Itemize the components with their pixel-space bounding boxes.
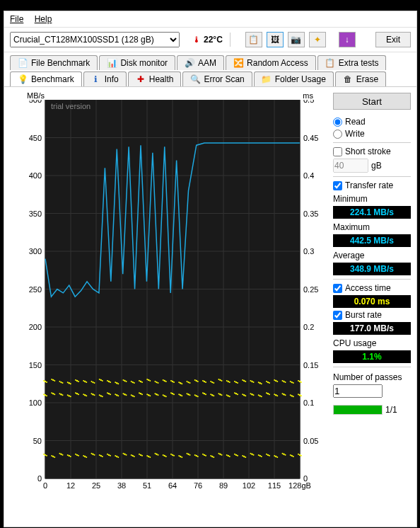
menu-bar: File Help — [4, 11, 416, 28]
svg-point-69 — [78, 381, 79, 382]
svg-point-316 — [202, 454, 204, 455]
svg-point-129 — [237, 382, 238, 384]
gb-label: gB — [371, 161, 382, 171]
random-icon: 🔀 — [233, 58, 243, 68]
tab-extra-tests[interactable]: 📋Extra tests — [317, 55, 387, 70]
svg-point-110 — [187, 381, 189, 383]
svg-text:50: 50 — [33, 437, 42, 445]
svg-point-332 — [251, 454, 252, 455]
transfer-rate-checkbox[interactable]: Transfer rate — [333, 180, 411, 190]
svg-point-270 — [86, 457, 87, 458]
svg-point-188 — [132, 395, 134, 396]
tab-info[interactable]: ℹInfo — [83, 71, 127, 86]
svg-point-84 — [117, 383, 119, 384]
svg-point-94 — [139, 380, 140, 381]
drive-select[interactable]: Crucial_CT128MX100SSD1 (128 gB) — [10, 32, 180, 47]
svg-point-352 — [298, 454, 299, 455]
svg-point-261 — [62, 454, 64, 456]
svg-point-275 — [100, 455, 102, 457]
svg-point-60 — [54, 380, 55, 381]
svg-point-330 — [245, 457, 246, 458]
svg-point-141 — [269, 382, 270, 384]
svg-point-66 — [70, 383, 71, 384]
exit-button[interactable]: Exit — [375, 32, 411, 47]
tab-error-scan[interactable]: 🔍Error Scan — [182, 71, 252, 86]
tab-file-benchmark[interactable]: 📄File Benchmark — [10, 55, 98, 70]
camera-button[interactable]: 📷 — [288, 32, 305, 47]
svg-point-172 — [83, 394, 84, 395]
svg-point-65 — [69, 382, 70, 384]
svg-point-313 — [194, 454, 196, 456]
svg-point-237 — [261, 396, 262, 397]
write-radio[interactable]: Write — [333, 129, 411, 139]
svg-point-153 — [301, 381, 302, 383]
passes-input[interactable] — [333, 384, 383, 398]
tab-benchmark[interactable]: 💡Benchmark — [10, 71, 82, 86]
burst-rate-checkbox[interactable]: Burst rate — [333, 310, 411, 320]
tab-random-access[interactable]: 🔀Random Access — [226, 55, 316, 70]
svg-text:500: 500 — [29, 100, 42, 104]
svg-point-315 — [205, 455, 206, 457]
svg-point-296 — [156, 454, 157, 455]
svg-point-273 — [94, 454, 95, 456]
menu-help[interactable]: Help — [35, 14, 52, 24]
svg-point-230 — [243, 394, 245, 396]
svg-point-127 — [226, 380, 228, 381]
svg-point-89 — [132, 381, 134, 383]
tab-aam[interactable]: 🔊AAM — [177, 55, 224, 70]
options-button[interactable]: ✦ — [309, 32, 326, 47]
access-time-checkbox[interactable]: Access time — [333, 283, 411, 293]
svg-point-293 — [148, 456, 149, 457]
tab-bar: 📄File Benchmark 📊Disk monitor 🔊AAM 🔀Rand… — [4, 52, 416, 87]
start-button[interactable]: Start — [333, 93, 411, 110]
svg-point-176 — [100, 395, 102, 396]
svg-text:0: 0 — [37, 474, 42, 483]
tab-disk-monitor[interactable]: 📊Disk monitor — [99, 55, 175, 70]
svg-point-105 — [173, 381, 175, 383]
svg-text:100: 100 — [29, 398, 42, 407]
tab-erase[interactable]: 🗑Erase — [335, 71, 386, 86]
short-stroke-checkbox[interactable]: Short stroke — [333, 147, 411, 156]
svg-point-160 — [51, 392, 52, 394]
svg-point-184 — [115, 394, 116, 395]
svg-point-204 — [173, 394, 175, 395]
burst-rate-value: 177.0 MB/s — [333, 322, 411, 335]
read-radio[interactable]: Read — [333, 117, 411, 127]
svg-point-169 — [75, 392, 76, 394]
svg-point-233 — [251, 394, 252, 395]
cpu-usage-value: 1.1% — [333, 350, 411, 363]
temperature: 🌡 22°C — [192, 35, 223, 45]
svg-point-344 — [283, 454, 284, 455]
y-axis-left-label: MB/s — [27, 91, 45, 100]
menu-file[interactable]: File — [10, 14, 23, 24]
svg-point-238 — [258, 394, 259, 396]
svg-point-177 — [102, 396, 103, 397]
svg-point-226 — [226, 394, 228, 396]
svg-point-303 — [173, 455, 175, 457]
short-stroke-input[interactable] — [333, 159, 368, 173]
svg-text:400: 400 — [29, 171, 42, 180]
screenshot-button[interactable]: 🖼 — [267, 32, 284, 47]
svg-point-247 — [282, 393, 284, 394]
info-icon: ℹ — [91, 74, 101, 84]
svg-point-248 — [291, 395, 293, 396]
svg-point-155 — [45, 394, 46, 396]
magnify-icon: 🔍 — [190, 74, 200, 84]
svg-point-92 — [140, 381, 141, 382]
svg-point-77 — [100, 379, 102, 381]
copy-button[interactable]: 📋 — [245, 32, 262, 47]
tab-folder-usage[interactable]: 📁Folder Usage — [254, 71, 334, 86]
svg-point-121 — [210, 381, 211, 382]
svg-text:51: 51 — [143, 481, 151, 490]
svg-point-146 — [283, 381, 284, 382]
minimum-label: Minimum — [333, 194, 411, 204]
svg-point-150 — [293, 382, 294, 384]
svg-point-284 — [124, 454, 125, 455]
svg-point-349 — [290, 454, 291, 456]
tab-health[interactable]: ✚Health — [128, 71, 182, 86]
svg-point-98 — [156, 381, 157, 383]
svg-point-96 — [149, 380, 151, 381]
svg-point-168 — [78, 394, 79, 395]
progress-bar — [333, 405, 383, 415]
down-button[interactable]: ↓ — [339, 32, 356, 47]
